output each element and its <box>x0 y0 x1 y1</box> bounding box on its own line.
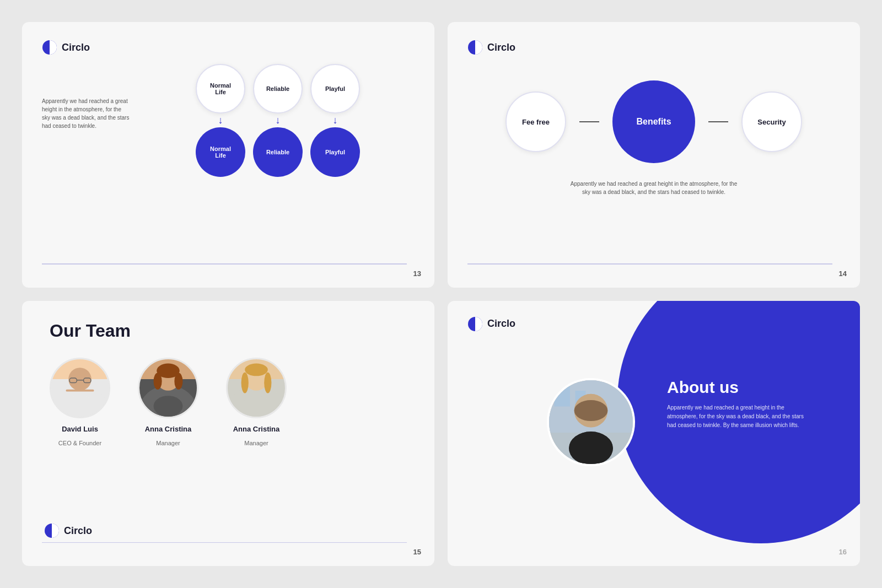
page-num-slide4: 16 <box>839 548 847 556</box>
member-role-anna1: Manager <box>156 440 180 446</box>
about-photo-svg <box>549 378 633 466</box>
team-title: Our Team <box>50 321 412 341</box>
circle-reliable-top: Reliable <box>253 64 303 114</box>
slide-13: Circlo Apparently we had reached a great… <box>22 22 434 288</box>
bottom-bar-slide2 <box>467 263 832 265</box>
slide2-body-text: Apparently we had reached a great height… <box>566 180 742 196</box>
team-members-row: David Luis CEO & Founder Anna Cristina M… <box>50 358 412 446</box>
avatar-david <box>50 358 110 418</box>
avatar-anna2 <box>226 358 287 418</box>
slide-14: Circlo Fee free Benefits Security Appare… <box>448 22 860 288</box>
logo-icon-slide4 <box>467 316 483 332</box>
avatar-svg-anna2 <box>228 358 285 418</box>
member-role-anna2: Manager <box>244 440 268 446</box>
circle-normal-life-bottom: NormalLife <box>196 127 245 177</box>
bottom-circles-row: NormalLife Reliable Playful <box>196 127 360 177</box>
logo-slide3: Circlo <box>44 523 92 538</box>
logo-icon-slide2 <box>467 40 483 55</box>
svg-rect-27 <box>555 385 571 406</box>
circle-normal-life-top: NormalLife <box>196 64 245 114</box>
about-title: About us <box>667 378 805 397</box>
member-role-david: CEO & Founder <box>58 440 101 446</box>
fee-free-circle: Fee free <box>505 91 566 152</box>
arrows-row: ↓ ↓ ↓ <box>196 115 360 126</box>
slide1-content: Apparently we had reached a great height… <box>42 64 415 177</box>
svg-rect-4 <box>66 389 94 391</box>
avatar-svg-anna1 <box>139 358 197 418</box>
logo-text-slide1: Circlo <box>62 42 90 53</box>
svg-point-11 <box>154 396 183 417</box>
logo-text-slide3: Circlo <box>64 525 92 537</box>
slide-15: Our Team David Luis CEO & Founder <box>22 301 434 567</box>
arrow-normal-life: ↓ <box>196 115 245 126</box>
bottom-bar-slide1 <box>42 263 407 265</box>
benefits-main-circle: Benefits <box>612 80 695 163</box>
team-member-david: David Luis CEO & Founder <box>50 358 110 446</box>
team-member-anna1: Anna Cristina Manager <box>138 358 198 446</box>
member-name-anna1: Anna Cristina <box>145 425 192 433</box>
arrow-reliable: ↓ <box>253 115 303 126</box>
logo-text-slide2: Circlo <box>487 42 515 53</box>
member-name-anna2: Anna Cristina <box>233 425 280 433</box>
about-photo <box>547 378 635 466</box>
svg-point-19 <box>241 372 249 393</box>
benefits-diagram: Fee free Benefits Security <box>505 80 802 163</box>
page-num-slide3: 15 <box>413 548 421 556</box>
page-num-slide2: 14 <box>839 269 847 278</box>
logo-slide2: Circlo <box>467 40 840 55</box>
svg-point-14 <box>174 373 182 389</box>
logo-icon-slide1 <box>42 40 57 55</box>
logo-text-slide4: Circlo <box>487 318 515 330</box>
page-num-slide1: 13 <box>413 269 421 278</box>
security-circle: Security <box>741 91 802 152</box>
svg-point-3 <box>68 368 92 391</box>
svg-point-17 <box>242 396 271 417</box>
bottom-bar-slide3 <box>42 542 407 543</box>
logo-slide1: Circlo <box>42 40 415 55</box>
team-member-anna2: Anna Cristina Manager <box>226 358 287 446</box>
svg-point-31 <box>569 431 613 465</box>
circle-playful-bottom: Playful <box>310 127 360 177</box>
dash-left <box>579 121 599 122</box>
svg-point-13 <box>154 373 162 389</box>
dash-right <box>708 121 728 122</box>
slide1-diagram: NormalLife Reliable Playful ↓ ↓ ↓ Normal… <box>141 64 415 177</box>
about-text: Apparently we had reached a great height… <box>667 403 805 430</box>
logo-slide4: Circlo <box>467 316 842 332</box>
slide2-content: Fee free Benefits Security Apparently we… <box>467 64 840 202</box>
svg-point-18 <box>245 363 268 376</box>
svg-point-8 <box>66 396 95 417</box>
slide-16: Circlo About us Apparently we had reache… <box>448 301 860 567</box>
circle-playful-top: Playful <box>310 64 360 114</box>
top-circles-row: NormalLife Reliable Playful <box>196 64 360 114</box>
arrow-playful: ↓ <box>310 115 360 126</box>
member-name-david: David Luis <box>62 425 98 433</box>
about-section: About us Apparently we had reached a gre… <box>667 378 805 430</box>
circle-reliable-bottom: Reliable <box>253 127 303 177</box>
svg-point-30 <box>574 400 608 421</box>
avatar-anna1 <box>138 358 198 418</box>
svg-point-20 <box>264 372 271 393</box>
avatar-svg-david <box>51 358 109 418</box>
logo-icon-slide3 <box>44 523 60 538</box>
slide1-body-text: Apparently we had reached a great height… <box>42 97 130 130</box>
